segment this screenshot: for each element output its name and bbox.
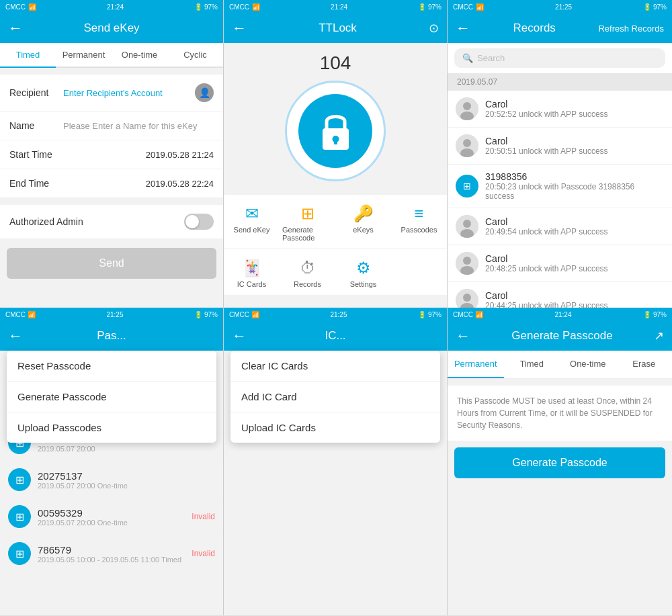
person-avatar-icon-3 (456, 215, 478, 238)
menu-send-ekey[interactable]: ✉ Send eKey (224, 195, 280, 249)
menu-generate-passcode[interactable]: ⊞ Generate Passcode (280, 195, 335, 249)
authorized-toggle[interactable] (184, 214, 214, 230)
records-body: 🔍 Search 2019.05.07 Carol 20:52:52 unloc… (448, 43, 672, 308)
back-button-2[interactable]: ← (232, 19, 247, 37)
record-name-1: Carol (485, 99, 664, 109)
record-avatar-1 (456, 97, 478, 120)
back-button-5[interactable]: ← (232, 327, 247, 345)
generate-passcode-item[interactable]: Generate Passcode (7, 382, 216, 412)
invalid-badge-2: Invalid (192, 549, 215, 558)
search-input-container[interactable]: 🔍 Search (454, 48, 665, 68)
person-avatar-icon-1 (456, 97, 478, 120)
date-header: 2019.05.07 (448, 73, 672, 91)
record-carol-1: Carol 20:52:52 unlock with APP success (448, 91, 672, 128)
send-ekey-label: Send eKey (234, 226, 270, 234)
record-carol-4: Carol 20:48:25 unlock with APP success (448, 245, 672, 282)
record-detail-2: 20:50:51 unlock with APP success (485, 146, 664, 156)
header-3: ← Records Refresh Records (448, 13, 672, 43)
header-4: ← Pas... (0, 321, 223, 351)
gen-tab-erase[interactable]: Erase (616, 351, 673, 378)
authorized-label: Authorized Admin (9, 216, 184, 227)
gen-tab-timed[interactable]: Timed (504, 351, 560, 378)
record-passcode: ⊞ 31988356 20:50:23 unlock with Passcode… (448, 165, 672, 208)
person-avatar-icon-2 (456, 134, 478, 157)
ic-dropdown: Clear IC Cards Add IC Card Upload IC Car… (230, 351, 440, 443)
back-button-3[interactable]: ← (456, 19, 470, 37)
passcode-item-3[interactable]: ⊞ 00595329 2019.05.07 20:00 One-time Inv… (0, 498, 223, 535)
passcode-info-3: 00595329 2019.05.07 20:00 One-time (38, 507, 192, 527)
back-button-1[interactable]: ← (8, 19, 23, 37)
passcode-item-4[interactable]: ⊞ 786579 2019.05.05 10:00 - 2019.05.05 1… (0, 535, 223, 572)
end-value[interactable]: 2019.05.28 22:24 (63, 179, 214, 189)
record-avatar-3 (456, 215, 478, 238)
ic-cards-label: IC Cards (237, 280, 266, 288)
passcode-meta-2: 2019.05.07 20:00 One-time (38, 482, 215, 490)
battery-1: 97% (204, 3, 218, 11)
passcode-item-2[interactable]: ⊞ 20275137 2019.05.07 20:00 One-time (0, 461, 223, 498)
menu-ic-cards[interactable]: 🃏 IC Cards (224, 249, 280, 295)
header-2: ← TTLock ⊙ (224, 13, 447, 43)
export-icon[interactable]: ↗ (654, 328, 664, 343)
start-label: Start Time (9, 149, 63, 160)
svg-point-13 (463, 257, 471, 265)
contact-icon[interactable]: 👤 (195, 83, 214, 102)
record-info-4: Carol 20:48:25 unlock with APP success (485, 253, 664, 273)
record-name-passcode: 31988356 (485, 171, 664, 182)
passcode-code-4: 786579 (38, 544, 192, 556)
generate-passcode-screen: CMCC 📶 21:24 🔋 97% ← Generate Passcode ↗… (448, 308, 672, 615)
record-info-5: Carol 20:44:25 unlock with APP success (485, 290, 664, 308)
back-button-6[interactable]: ← (456, 327, 470, 345)
record-avatar-4 (456, 252, 478, 275)
toggle-knob (185, 215, 199, 228)
tab-timed[interactable]: Timed (0, 43, 56, 68)
add-ic-card-item[interactable]: Add IC Card (230, 382, 440, 412)
record-name-3: Carol (485, 216, 664, 227)
passcodes-icon: ≡ (414, 204, 423, 223)
passcode-meta-1: 2019.05.07 20:00 (38, 445, 215, 453)
search-placeholder: Search (477, 53, 505, 63)
record-name-5: Carol (485, 290, 664, 301)
generate-passcode-button[interactable]: Generate Passcode (454, 447, 665, 478)
camera-icon[interactable]: ⊙ (429, 21, 439, 36)
ttlock-screen: CMCC 📶 21:24 🔋 97% ← TTLock ⊙ 104 (224, 0, 448, 308)
back-button-4[interactable]: ← (8, 327, 23, 345)
search-icon: 🔍 (462, 53, 473, 63)
send-button[interactable]: Send (7, 248, 216, 279)
upload-passcodes-item[interactable]: Upload Passcodes (7, 412, 216, 443)
header-5: ← IC... (224, 321, 447, 351)
gen-tab-permanent[interactable]: Permanent (448, 351, 504, 378)
screen1-title: Send eKey (23, 21, 200, 35)
svg-point-7 (463, 139, 471, 147)
menu-empty (391, 249, 447, 295)
start-value[interactable]: 2019.05.28 21:24 (63, 150, 214, 160)
time-2: 21:24 (331, 3, 347, 11)
record-detail-1: 20:52:52 unlock with APP success (485, 109, 664, 119)
upload-ic-cards-item[interactable]: Upload IC Cards (230, 412, 440, 443)
records-label: Records (294, 280, 321, 288)
header-6: ← Generate Passcode ↗ (448, 321, 672, 351)
name-input[interactable]: Please Enter a Name for this eKey (63, 121, 214, 131)
record-avatar-2 (456, 134, 478, 157)
recipient-input[interactable]: Enter Recipient's Account (63, 88, 195, 98)
menu-settings[interactable]: ⚙ Settings (335, 249, 391, 295)
record-carol-2: Carol 20:50:51 unlock with APP success (448, 128, 672, 165)
ic-cards-icon: 🃏 (242, 259, 262, 277)
end-label: End Time (9, 178, 63, 189)
clear-ic-cards-item[interactable]: Clear IC Cards (230, 351, 440, 382)
reset-passcode-item[interactable]: Reset Passcode (7, 351, 216, 382)
menu-grid-bottom: 🃏 IC Cards ⏱ Records ⚙ Settings (224, 249, 447, 295)
menu-passcodes[interactable]: ≡ Passcodes (391, 195, 447, 249)
refresh-records-button[interactable]: Refresh Records (598, 24, 664, 34)
record-name-2: Carol (485, 136, 664, 146)
tab-permanent[interactable]: Permanent (56, 43, 112, 67)
menu-ekeys[interactable]: 🔑 eKeys (335, 195, 391, 249)
records-icon: ⏱ (300, 259, 316, 277)
passcode-meta-3: 2019.05.07 20:00 One-time (38, 519, 192, 527)
passcode-info-4: 786579 2019.05.05 10:00 - 2019.05.05 11:… (38, 544, 192, 564)
menu-records[interactable]: ⏱ Records (280, 249, 335, 295)
tab-one-time[interactable]: One-time (112, 43, 167, 67)
gen-tab-one-time[interactable]: One-time (560, 351, 616, 378)
settings-label: Settings (350, 280, 377, 288)
record-info-passcode: 31988356 20:50:23 unlock with Passcode 3… (485, 171, 664, 201)
tab-cyclic[interactable]: Cyclic (167, 43, 223, 67)
